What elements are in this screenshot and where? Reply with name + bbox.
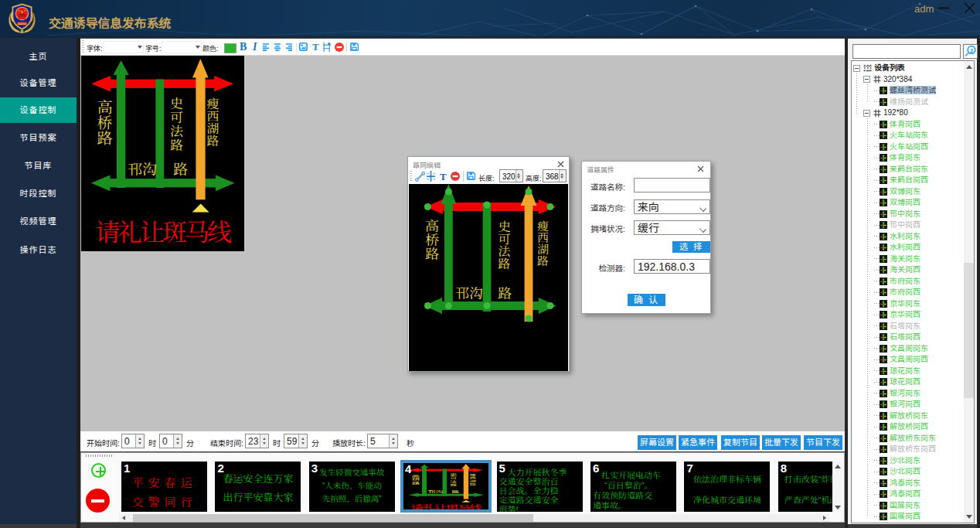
svg-text:3: 3 (970, 48, 973, 53)
